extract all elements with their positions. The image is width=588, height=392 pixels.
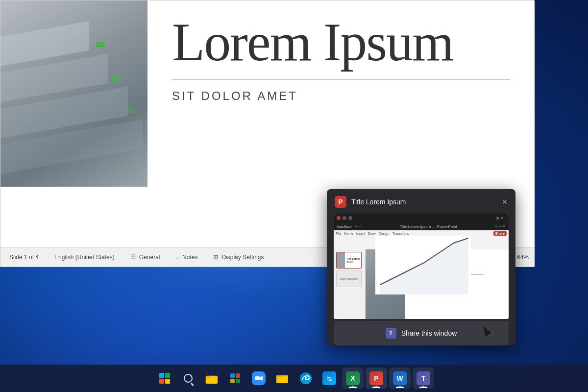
mini-slide-thumb-1: Title Lorem Ipsum [336, 252, 362, 269]
zoom-icon [252, 371, 266, 385]
svg-rect-7 [230, 379, 235, 383]
notes-label: Notes [182, 254, 197, 261]
mini-slides-panel: Title Lorem Ipsum Lorem ipsum text [334, 249, 366, 319]
language-indicator[interactable]: English (United States) [51, 252, 118, 263]
general-icon: ☰ [130, 253, 136, 261]
language-text: English (United States) [54, 254, 115, 261]
mini-slide-img [366, 249, 405, 319]
powerpoint-icon: P [369, 371, 383, 385]
taskbar-widgets-button[interactable] [224, 368, 246, 389]
taskbar-folder-button[interactable] [271, 368, 293, 389]
slide-divider [172, 79, 510, 79]
taskbar-start-button[interactable] [154, 368, 175, 389]
svg-rect-4 [206, 376, 211, 378]
teams-icon: T [386, 328, 396, 339]
svg-rect-5 [230, 373, 235, 378]
preview-app-icon: P [335, 196, 346, 208]
slide-image [0, 0, 147, 187]
taskbar-file-explorer-button[interactable] [201, 368, 222, 389]
general-button[interactable]: ☰ General [127, 251, 163, 263]
mini-slide-thumb-2: Lorem ipsum text [336, 270, 362, 287]
taskbar-excel-button[interactable]: X [342, 368, 364, 389]
search-icon [184, 374, 193, 383]
taskbar-word-button[interactable]: W [389, 368, 411, 389]
mini-body: Title Lorem Ipsum Lorem ipsum text [334, 249, 509, 319]
widgets-icon [229, 372, 241, 384]
preview-thumbnail[interactable]: ⊡ ✕ AutoSave ⟳ ↩ Title Lorem Ipsum — Pow… [334, 214, 509, 319]
green-light-3 [125, 108, 134, 113]
share-window-label: Share this window [401, 329, 457, 337]
display-settings-icon: ⊞ [213, 253, 219, 261]
excel-active-dot [352, 386, 354, 388]
taskbar-teams-button[interactable]: T [413, 368, 434, 389]
notes-icon: ≡ [175, 253, 179, 261]
preview-app-icon-letter: P [338, 198, 343, 206]
folder-icon [276, 373, 289, 384]
preview-title: Title Lorem Ipsum [351, 198, 406, 206]
general-label: General [139, 254, 160, 261]
svg-rect-6 [236, 373, 240, 378]
taskbar-search-button[interactable] [177, 368, 199, 389]
slide-count-text: Slide 1 of 4 [9, 254, 39, 261]
taskbar-preview-popup: P Title Lorem Ipsum ✕ ⊡ ✕ AutoSave ⟳ ↩ T… [327, 189, 515, 345]
svg-rect-9 [255, 376, 260, 380]
svg-rect-12 [276, 375, 282, 377]
taskbar-zoom-button[interactable] [248, 368, 270, 389]
display-settings-label: Display Settings [221, 254, 264, 261]
taskbar-edge-button[interactable] [295, 368, 317, 389]
taskbar-powerpoint-button[interactable]: P [366, 368, 387, 389]
green-light-1 [96, 42, 105, 47]
slide-title: Lorem Ipsum [172, 15, 510, 69]
taskbar: 🛍 X P W T [0, 365, 588, 392]
display-settings-button[interactable]: ⊞ Display Settings [210, 251, 267, 263]
slide-count[interactable]: Slide 1 of 4 [6, 252, 42, 263]
share-this-window-button[interactable]: T Share this window [334, 321, 509, 345]
edge-icon [299, 372, 312, 385]
ppt-active-dot [375, 386, 377, 388]
mini-titlebar: ⊡ ✕ [334, 214, 509, 222]
file-explorer-icon [205, 372, 218, 384]
word-active-dot [399, 386, 401, 388]
word-icon: W [393, 371, 407, 385]
zoom-percent: 64% [517, 254, 529, 261]
notes-button[interactable]: ≡ Notes [172, 251, 200, 263]
teams-taskbar-icon: T [416, 371, 430, 385]
windows-logo-icon [159, 373, 170, 384]
store-icon: 🛍 [322, 371, 336, 385]
slide-subtitle: SIT DOLOR AMET [172, 89, 510, 103]
preview-close-button[interactable]: ✕ [502, 198, 508, 206]
teams-active-dot [422, 386, 424, 388]
preview-header: P Title Lorem Ipsum ✕ [334, 196, 509, 208]
green-light-2 [112, 76, 121, 81]
excel-icon: X [346, 371, 360, 385]
svg-marker-10 [260, 376, 263, 381]
taskbar-store-button[interactable]: 🛍 [318, 368, 340, 389]
svg-rect-8 [236, 379, 240, 383]
mini-slide-main: Title LoremIpsum SIT DOLOR AMET [366, 249, 509, 319]
mini-ppt: ⊡ ✕ AutoSave ⟳ ↩ Title Lorem Ipsum — Pow… [334, 214, 509, 319]
